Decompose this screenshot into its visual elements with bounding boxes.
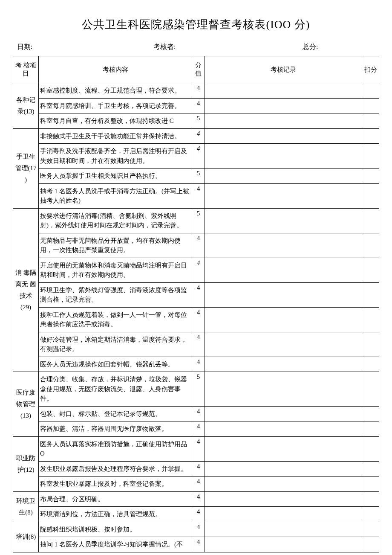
record-cell[interactable] bbox=[205, 169, 362, 184]
record-cell[interactable] bbox=[205, 208, 362, 233]
content-cell: 做好冷链管理，冰箱定期清洁消毒，温度符合要求，有测温记录。 bbox=[39, 332, 192, 357]
record-cell[interactable] bbox=[205, 233, 362, 258]
score-cell: 4 bbox=[192, 332, 205, 357]
deduct-cell[interactable] bbox=[362, 436, 379, 461]
deduct-cell[interactable] bbox=[362, 372, 379, 407]
deduct-cell[interactable] bbox=[362, 537, 379, 552]
record-cell[interactable] bbox=[205, 522, 362, 537]
content-cell: 布局合理、分区明确。 bbox=[39, 491, 192, 507]
record-cell[interactable] bbox=[205, 372, 362, 407]
content-cell: 环境清洁到位，方法正确，洁具管理规范。 bbox=[39, 507, 192, 522]
deduct-cell[interactable] bbox=[362, 233, 379, 258]
record-cell[interactable] bbox=[205, 436, 362, 461]
total-label: 总分: bbox=[303, 43, 375, 52]
score-cell: 4 bbox=[192, 128, 205, 144]
deduct-cell[interactable] bbox=[362, 128, 379, 144]
record-cell[interactable] bbox=[205, 307, 362, 332]
deduct-cell[interactable] bbox=[362, 357, 379, 372]
record-cell[interactable] bbox=[205, 83, 362, 99]
page-title: 公共卫生科医院感染管理督查考核表(IOO 分) bbox=[13, 17, 379, 32]
record-cell[interactable] bbox=[205, 357, 362, 372]
record-cell[interactable] bbox=[205, 461, 362, 477]
category-cell: 医疗废物管理(13) bbox=[13, 372, 39, 437]
record-cell[interactable] bbox=[205, 537, 362, 552]
score-cell: 4 bbox=[192, 83, 205, 99]
content-cell: 按要求进行清洁消毒(酒精、含氨制剂、紫外线照射)，紫外线灯使用时间在规定时间内，… bbox=[39, 208, 192, 233]
table-row: 环境卫生学、紫外线灯管强度、消毒液浓度等各项监测合格，记录完善。 4 bbox=[13, 282, 379, 307]
record-cell[interactable] bbox=[205, 282, 362, 307]
deduct-cell[interactable] bbox=[362, 461, 379, 477]
score-cell: 4 bbox=[192, 507, 205, 522]
record-cell[interactable] bbox=[205, 491, 362, 507]
score-cell: 4 bbox=[192, 282, 205, 307]
deduct-cell[interactable] bbox=[362, 282, 379, 307]
record-cell[interactable] bbox=[205, 144, 362, 169]
record-cell[interactable] bbox=[205, 332, 362, 357]
header-score: 分值 bbox=[192, 56, 205, 83]
header-deduct: 扣分 bbox=[362, 56, 379, 83]
table-row: 做好冷链管理，冰箱定期清洁消毒，温度符合要求，有测温记录。 4 bbox=[13, 332, 379, 357]
score-cell: 4 bbox=[192, 183, 205, 208]
table-row: 发生职业暴露后报告及处理程序符合要求，并掌握。 4 bbox=[13, 461, 379, 477]
score-cell: 4 bbox=[192, 436, 205, 461]
table-row: 开启使用的无菌物体和消毒灭菌物品均注明有开启日期和时间，并在有效期内使用。 4 bbox=[13, 258, 379, 282]
score-cell: 4 bbox=[192, 258, 205, 282]
table-row: 接种工作人员规范着装，做到一人一针一管，对每位患者操作前应洗手或消毒。 4 bbox=[13, 307, 379, 332]
record-cell[interactable] bbox=[205, 477, 362, 492]
assessment-table: 考 核项目 考核内容 分值 考核记录 扣分 各种记录(13) 科室感控制度、流程… bbox=[13, 56, 379, 552]
record-cell[interactable] bbox=[205, 113, 362, 129]
table-row: 抽问 1 名医务人员季度培训学习知识掌握情况。(不 4 bbox=[13, 537, 379, 552]
date-label: 日期: bbox=[17, 43, 153, 52]
table-row: 包装、封口、标示贴、登记本记录等规范。 4 bbox=[13, 406, 379, 421]
table-row: 消 毒隔 离无 菌技术(29) 按要求进行清洁消毒(酒精、含氨制剂、紫外线照射)… bbox=[13, 208, 379, 233]
deduct-cell[interactable] bbox=[362, 258, 379, 282]
content-cell: 包装、封口、标示贴、登记本记录等规范。 bbox=[39, 406, 192, 421]
record-cell[interactable] bbox=[205, 406, 362, 421]
record-cell[interactable] bbox=[205, 507, 362, 522]
deduct-cell[interactable] bbox=[362, 183, 379, 208]
assessor-label: 考核者: bbox=[153, 43, 303, 52]
table-row: 医务人员掌握手卫生相关知识且严格执行。 5 bbox=[13, 169, 379, 184]
content-cell: 开启使用的无菌物体和消毒灭菌物品均注明有开启日期和时间，并在有效期内使用。 bbox=[39, 258, 192, 282]
table-row: 科室每月院感培训、手卫生考核，各项记录完善。 4 bbox=[13, 98, 379, 113]
deduct-cell[interactable] bbox=[362, 332, 379, 357]
score-cell: 4 bbox=[192, 233, 205, 258]
record-cell[interactable] bbox=[205, 128, 362, 144]
score-cell: 4 bbox=[192, 98, 205, 113]
score-cell: 4 bbox=[192, 144, 205, 169]
deduct-cell[interactable] bbox=[362, 144, 379, 169]
deduct-cell[interactable] bbox=[362, 522, 379, 537]
record-cell[interactable] bbox=[205, 98, 362, 113]
score-cell: 4 bbox=[192, 491, 205, 507]
score-cell: 4 bbox=[192, 477, 205, 492]
deduct-cell[interactable] bbox=[362, 491, 379, 507]
record-cell[interactable] bbox=[205, 183, 362, 208]
deduct-cell[interactable] bbox=[362, 83, 379, 99]
content-cell: 科室感控制度、流程、分工规范合理，符合要求。 bbox=[39, 83, 192, 99]
table-row: 容器加盖、清洁，容器周围无医疗废物散落。 4 bbox=[13, 421, 379, 437]
score-cell: 4 bbox=[192, 406, 205, 421]
table-row: 手卫生管理(17 ) 非接触式手卫生及干手设施功能正常并保持清洁。 4 bbox=[13, 128, 379, 144]
deduct-cell[interactable] bbox=[362, 208, 379, 233]
deduct-cell[interactable] bbox=[362, 98, 379, 113]
deduct-cell[interactable] bbox=[362, 169, 379, 184]
header-category: 考 核项目 bbox=[13, 56, 39, 83]
content-cell: 抽考 1 名医务人员洗手或手消毒方法正确。(并写上被抽考人的姓名) bbox=[39, 183, 192, 208]
deduct-cell[interactable] bbox=[362, 113, 379, 129]
content-cell: 科室每月院感培训、手卫生考核，各项记录完善。 bbox=[39, 98, 192, 113]
content-cell: 手消毒剂及洗手液配备齐全，开启后需注明有开启及失效日期和时间，并在有效期内使用。 bbox=[39, 144, 192, 169]
record-cell[interactable] bbox=[205, 258, 362, 282]
deduct-cell[interactable] bbox=[362, 421, 379, 437]
table-row: 医务人员无违规操作如回套针帽、锐器乱丢等。 4 bbox=[13, 357, 379, 372]
deduct-cell[interactable] bbox=[362, 477, 379, 492]
table-row: 科室每月自查，有分析及整改，体现持续改进 C 5 bbox=[13, 113, 379, 129]
deduct-cell[interactable] bbox=[362, 507, 379, 522]
table-row: 各种记录(13) 科室感控制度、流程、分工规范合理，符合要求。 4 bbox=[13, 83, 379, 99]
score-cell: 5 bbox=[192, 113, 205, 129]
table-row: 抽考 1 名医务人员洗手或手消毒方法正确。(并写上被抽考人的姓名) 4 bbox=[13, 183, 379, 208]
deduct-cell[interactable] bbox=[362, 307, 379, 332]
record-cell[interactable] bbox=[205, 421, 362, 437]
category-cell: 职业防护(12) bbox=[13, 436, 39, 491]
header-record: 考核记录 bbox=[205, 56, 362, 83]
deduct-cell[interactable] bbox=[362, 406, 379, 421]
